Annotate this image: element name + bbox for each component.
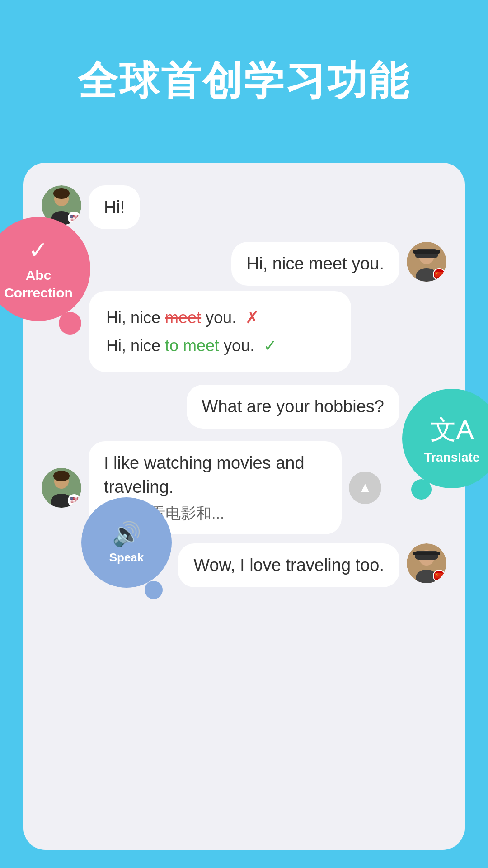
correction-box: Hi, nice meet you. ✗ Hi, nice to meet yo… (89, 291, 351, 372)
scroll-up-button[interactable]: ▲ (349, 472, 381, 504)
abc-check-icon: ✓ (28, 236, 48, 264)
avatar-male-2: 🇺🇸 (42, 468, 81, 508)
check-icon: ✓ (263, 336, 277, 355)
x-icon: ✗ (245, 308, 259, 327)
table-row: 🇺🇸 Hi! (42, 185, 446, 229)
table-row: What are your hobbies? (42, 385, 446, 429)
page-title: 全球首创学习功能 (0, 0, 488, 108)
message-bubble: Hi! (89, 185, 140, 229)
wrong-line: Hi, nice meet you. ✗ (106, 304, 334, 331)
message-bubble: Wow, I love traveling too. (178, 543, 399, 587)
svg-point-3 (53, 188, 70, 199)
translate-icon: 文A (430, 412, 474, 448)
speak-bubble[interactable]: 🔊 Speak (81, 497, 172, 588)
translate-label: Translate (424, 450, 480, 465)
svg-rect-17 (413, 552, 440, 555)
us-flag-badge-2: 🇺🇸 (68, 494, 80, 507)
table-row: Hi, nice meet you. 🇨🇳 (42, 242, 446, 286)
avatar-female-2: 🇨🇳 (407, 543, 446, 583)
message-bubble: Hi, nice meet you. (231, 242, 399, 286)
message-text: I like watching movies and traveling. (104, 451, 326, 499)
correct-line: Hi, nice to meet you. ✓ (106, 332, 334, 359)
abc-correction-label: Abc Correction (4, 266, 73, 302)
us-flag-badge: 🇺🇸 (68, 212, 80, 224)
svg-rect-8 (413, 250, 440, 254)
avatar-female-1: 🇨🇳 (407, 242, 446, 282)
header: 全球首创学习功能 (0, 0, 488, 108)
svg-point-12 (53, 471, 70, 481)
message-bubble: What are your hobbies? (187, 385, 399, 429)
cn-flag-badge: 🇨🇳 (433, 268, 446, 281)
speak-icon: 🔊 (112, 520, 141, 548)
cn-flag-badge-2: 🇨🇳 (433, 570, 446, 582)
speak-label: Speak (109, 551, 144, 565)
correct-word: to meet (165, 336, 219, 355)
wrong-word: meet (165, 308, 201, 327)
